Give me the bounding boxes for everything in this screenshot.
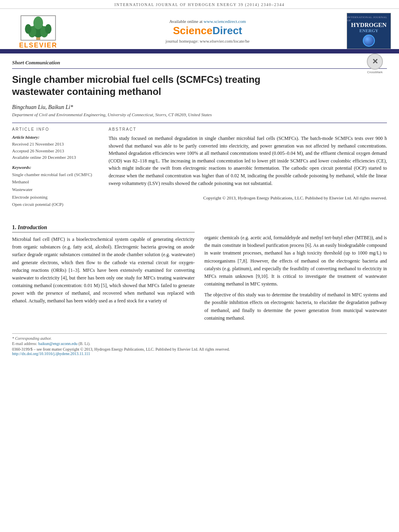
svg-point-4 (25, 24, 31, 34)
available-online: Available online at www.sciencedirect.co… (72, 19, 343, 24)
abstract-label: Abstract (109, 127, 387, 131)
intro-heading: 1. Introduction (12, 224, 195, 232)
email-footnote: E-mail address: baikun@engr.uconn.edu (B… (12, 341, 387, 346)
article-info-column: Article Info Article history: Received 2… (12, 127, 101, 212)
article-type-label: Short Communication (12, 60, 387, 69)
footer-doi: http://dx.doi.org/10.1016/j.ijhydene.201… (12, 351, 387, 356)
journal-homepage: journal homepage: www.elsevier.com/locat… (72, 39, 343, 43)
crossmark-label: CrossMark (363, 70, 387, 74)
main-content: Short Communication ✕ CrossMark Single c… (0, 53, 399, 364)
doi-link[interactable]: http://dx.doi.org/10.1016/j.ijhydene.201… (12, 351, 90, 356)
intro-col-right: organic chemicals (e.g. acetic acid, for… (204, 224, 387, 325)
abstract-body: This study focused on methanol degradati… (109, 135, 387, 201)
keyword-2: Methanol (12, 178, 101, 186)
available-online-date: Available online 20 December 2013 (12, 154, 101, 161)
article-history: Article history: Received 21 November 20… (12, 135, 101, 161)
intro-col-left-text: Microbial fuel cell (MFC) is a bioelectr… (12, 236, 195, 305)
crossmark-icon: ✕ (367, 53, 383, 70)
email-label-text: E-mail address: (12, 341, 37, 346)
authors-text: Bingchuan Liu, Baikun Li* (12, 104, 73, 110)
footer-area: * Corresponding author. E-mail address: … (12, 333, 387, 356)
sd-science: Science (173, 25, 212, 37)
article-info-label: Article Info (12, 127, 101, 131)
sciencedirect-logo: ScienceDirect (72, 25, 343, 37)
intro-col-left: 1. Introduction Microbial fuel cell (MFC… (12, 224, 195, 325)
keywords-label: Keywords: (12, 165, 101, 170)
journal-cover: International Journal of HYDROGEN ENERGY (347, 13, 391, 49)
keywords-list: Single chamber microbial fuel cell (SCMF… (12, 171, 101, 208)
sd-direct: Direct (212, 25, 242, 37)
journal-header-text: International Journal of Hydrogen Energy… (114, 2, 284, 7)
cover-hydrogen-label: HYDROGEN (351, 22, 387, 28)
crossmark-badge: ✕ CrossMark (363, 53, 387, 74)
dark-separator (0, 50, 399, 53)
keyword-5: Open circuit potential (OCP) (12, 201, 101, 208)
elsevier-logo: ELSEVIER (8, 13, 68, 49)
accepted-date: Accepted 26 November 2013 (12, 148, 101, 154)
affiliation-text: Department of Civil and Environmental En… (12, 112, 387, 117)
svg-point-5 (45, 24, 51, 34)
svg-point-6 (33, 16, 43, 29)
email-suffix-text: (B. Li). (78, 341, 90, 346)
abstract-copyright: Copyright © 2013, Hydrogen Energy Public… (109, 195, 387, 201)
sciencedirect-url[interactable]: www.sciencedirect.com (204, 19, 246, 24)
intro-title: Introduction (18, 224, 47, 230)
info-abstract-row: Article Info Article history: Received 2… (12, 123, 387, 212)
center-block: Available online at www.sciencedirect.co… (68, 17, 347, 45)
cover-energy-label: ENERGY (359, 28, 378, 33)
title-area: ✕ CrossMark Single chamber microbial fue… (12, 74, 387, 100)
keyword-3: Wastewater (12, 186, 101, 193)
history-label: Article history: (12, 135, 101, 140)
intro-two-col: 1. Introduction Microbial fuel cell (MFC… (12, 224, 387, 325)
received-date: Received 21 November 2013 (12, 141, 101, 148)
keyword-1: Single chamber microbial fuel cell (SCMF… (12, 171, 101, 179)
footer-copyright-text: 0360-3199/$ – see front matter Copyright… (12, 347, 387, 351)
email-link[interactable]: baikun@engr.uconn.edu (38, 341, 78, 346)
intro-number: 1. (12, 224, 16, 230)
intro-col-right-para1: organic chemicals (e.g. acetic acid, for… (204, 234, 387, 288)
elsevier-name: ELSEVIER (19, 42, 57, 49)
cover-circle-icon (363, 35, 375, 47)
journal-header: International Journal of Hydrogen Energy… (0, 0, 399, 9)
elsevier-tree-icon (20, 15, 56, 41)
abstract-text-content: This study focused on methanol degradati… (109, 136, 387, 186)
keyword-4: Electrode poisoning (12, 193, 101, 201)
paper-title: Single chamber microbial fuel cells (SCM… (12, 74, 294, 98)
keywords-section: Keywords: Single chamber microbial fuel … (12, 165, 101, 208)
cover-intl-label: International Journal of (347, 16, 391, 22)
corresponding-author-note: * Corresponding author. (12, 336, 387, 341)
authors-line: Bingchuan Liu, Baikun Li* (12, 104, 387, 111)
introduction-section: 1. Introduction Microbial fuel cell (MFC… (12, 224, 387, 325)
abstract-column: Abstract This study focused on methanol … (109, 127, 387, 212)
logo-row: ELSEVIER Available online at www.science… (0, 9, 399, 50)
intro-col-right-para2: The objective of this study was to deter… (204, 291, 387, 322)
